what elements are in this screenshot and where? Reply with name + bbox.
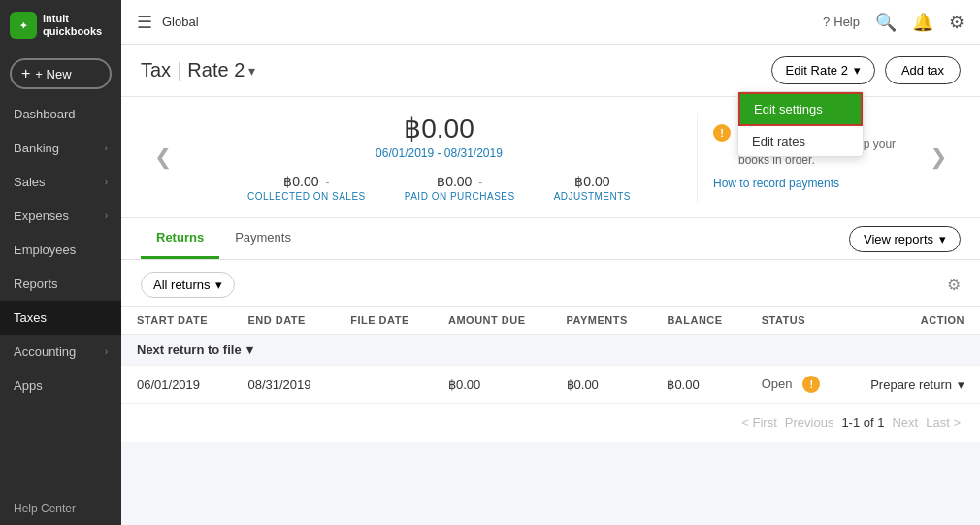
status-warning-icon: ! [802, 376, 820, 393]
edit-settings-option[interactable]: Edit settings [738, 92, 863, 126]
tab-returns[interactable]: Returns [141, 218, 219, 259]
collected-amount: ฿0.00 - COLLECTED ON SALES [247, 174, 366, 202]
returns-table: START DATE END DATE FILE DATE AMOUNT DUE… [121, 306, 980, 404]
group-chevron-icon: ▾ [246, 343, 253, 357]
last-page-button[interactable]: Last > [926, 415, 961, 430]
header-actions: Edit settings Edit rates Edit Rate 2 ▾ A… [771, 56, 961, 84]
date-range: 06/01/2019 - 08/31/2019 [181, 147, 697, 160]
plus-icon: + [21, 66, 30, 82]
topbar: ☰ Global ? Help 🔍 🔔 ⚙ [121, 0, 980, 45]
rate-chevron-icon: ▾ [248, 63, 255, 79]
chevron-icon: › [105, 177, 108, 187]
next-page-button[interactable]: Next [892, 415, 918, 430]
company-name: Global [162, 15, 199, 29]
prev-button[interactable]: ❮ [145, 145, 181, 170]
content-area: Tax | Rate 2 ▾ Edit settings Edit rates … [121, 45, 980, 525]
col-status: STATUS [746, 307, 844, 335]
how-to-record-link[interactable]: How to record payments [713, 177, 904, 190]
col-amount-due: AMOUNT DUE [433, 307, 551, 335]
next-button[interactable]: ❯ [920, 145, 957, 170]
sub-amounts: ฿0.00 - COLLECTED ON SALES ฿0.00 - PAID … [181, 174, 697, 202]
paid-amount: ฿0.00 - PAID ON PURCHASES [405, 174, 515, 202]
group-header-row: Next return to file ▾ [121, 335, 980, 366]
bell-icon[interactable]: 🔔 [912, 12, 933, 33]
rate-name-dropdown[interactable]: Rate 2 ▾ [187, 59, 255, 82]
tabs-section: Returns Payments View reports ▾ All retu… [121, 218, 980, 442]
view-reports-button[interactable]: View reports ▾ [849, 226, 961, 252]
col-end-date: END DATE [232, 307, 335, 335]
table-header-row: START DATE END DATE FILE DATE AMOUNT DUE… [121, 307, 980, 335]
table-row: 06/01/2019 08/31/2019 ฿0.00 ฿0.00 ฿0.00 … [121, 366, 980, 404]
cell-amount-due: ฿0.00 [433, 366, 551, 404]
chevron-icon: › [105, 211, 108, 221]
tax-label: Tax [141, 59, 171, 82]
tabs-left: Returns Payments [141, 218, 307, 259]
cell-payments: ฿0.00 [551, 366, 652, 404]
new-button[interactable]: + + New [10, 58, 112, 89]
sidebar-nav: Dashboard Banking › Sales › Expenses › E… [0, 97, 121, 492]
col-payments: PAYMENTS [551, 307, 652, 335]
cell-end-date: 08/31/2019 [232, 366, 335, 404]
sidebar-item-expenses[interactable]: Expenses › [0, 199, 121, 233]
edit-rates-option[interactable]: Edit rates [738, 126, 863, 156]
first-page-button[interactable]: < First [741, 415, 776, 430]
help-center-link[interactable]: Help Center [0, 492, 121, 525]
topbar-left: ☰ Global [137, 12, 199, 33]
tabs-bar: Returns Payments View reports ▾ [121, 218, 980, 260]
edit-rate-button[interactable]: Edit Rate 2 ▾ [771, 56, 875, 84]
settings-icon[interactable]: ⚙ [949, 12, 964, 33]
all-returns-filter[interactable]: All returns ▾ [141, 272, 235, 298]
sidebar-item-accounting[interactable]: Accounting › [0, 335, 121, 369]
edit-rate-dropdown: Edit settings Edit rates [737, 91, 864, 157]
tab-payments[interactable]: Payments [219, 218, 307, 259]
filter-chevron-icon: ▾ [215, 278, 222, 292]
separator: | [177, 59, 181, 82]
summary-center: ฿0.00 06/01/2019 - 08/31/2019 ฿0.00 - CO… [181, 113, 697, 202]
col-balance: BALANCE [651, 307, 745, 335]
gear-icon[interactable]: ⚙ [947, 276, 961, 294]
logo-text: intuitquickbooks [43, 13, 102, 38]
col-start-date: START DATE [121, 307, 232, 335]
menu-icon[interactable]: ☰ [137, 12, 152, 33]
sidebar-item-taxes[interactable]: Taxes [0, 301, 121, 335]
col-action: ACTION [844, 307, 980, 335]
logo: ✦ intuitquickbooks [0, 0, 121, 50]
filter-row: All returns ▾ ⚙ [121, 260, 980, 306]
page-current: 1-1 of 1 [841, 415, 884, 430]
chevron-icon: › [105, 143, 108, 153]
col-file-date: FILE DATE [335, 307, 433, 335]
cell-file-date [335, 366, 433, 404]
logo-icon: ✦ [10, 12, 37, 39]
help-button[interactable]: ? Help [823, 15, 860, 29]
sidebar-item-sales[interactable]: Sales › [0, 165, 121, 199]
sidebar-item-apps[interactable]: Apps [0, 369, 121, 403]
prepare-return-button[interactable]: Prepare return [870, 377, 952, 392]
pagination: < First Previous 1-1 of 1 Next Last > [121, 404, 980, 442]
sidebar: ✦ intuitquickbooks + + New Dashboard Ban… [0, 0, 121, 525]
sidebar-item-reports[interactable]: Reports [0, 267, 121, 301]
tax-header: Tax | Rate 2 ▾ Edit settings Edit rates … [121, 45, 980, 97]
sidebar-item-banking[interactable]: Banking › [0, 131, 121, 165]
help-circle-icon: ? [823, 15, 830, 29]
cell-action: Prepare return ▾ [844, 366, 980, 404]
group-label: Next return to file ▾ [137, 343, 964, 357]
cell-status: Open ! [746, 366, 844, 404]
topbar-right: ? Help 🔍 🔔 ⚙ [823, 12, 964, 33]
sidebar-item-employees[interactable]: Employees [0, 233, 121, 267]
previous-page-button[interactable]: Previous [785, 415, 834, 430]
search-icon[interactable]: 🔍 [875, 12, 897, 33]
main-content: ☰ Global ? Help 🔍 🔔 ⚙ Tax | Rate 2 ▾ [121, 0, 980, 525]
cell-balance: ฿0.00 [651, 366, 745, 404]
breadcrumb: Tax | Rate 2 ▾ [141, 59, 255, 82]
edit-rate-chevron-icon: ▾ [854, 63, 861, 78]
sidebar-item-dashboard[interactable]: Dashboard [0, 97, 121, 131]
chevron-icon: › [105, 346, 108, 357]
cell-start-date: 06/01/2019 [121, 366, 232, 404]
view-reports-chevron-icon: ▾ [939, 232, 946, 246]
action-chevron-icon: ▾ [958, 377, 964, 392]
add-tax-button[interactable]: Add tax [885, 56, 961, 84]
main-amount: ฿0.00 [181, 113, 697, 145]
warning-icon: ! [713, 124, 731, 142]
adjustments-amount: ฿0.00 ADJUSTMENTS [554, 174, 631, 202]
